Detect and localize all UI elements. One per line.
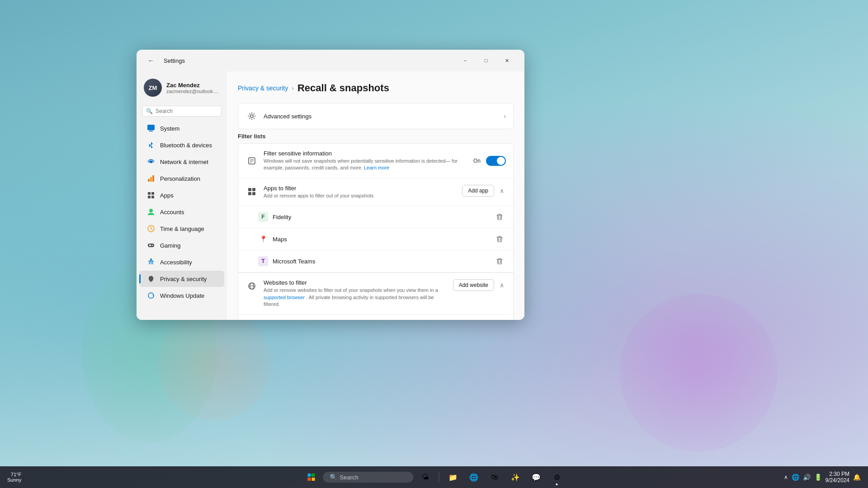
sidebar-item-personalization[interactable]: Personalization — [139, 170, 224, 187]
system-tray-chevron[interactable]: ∧ — [784, 474, 788, 480]
titlebar: ← Settings − □ ✕ — [137, 50, 524, 71]
clock-time: 2:30 PM — [829, 471, 849, 477]
filter-lists-label: Filter lists — [238, 133, 514, 140]
svg-point-9 — [149, 209, 153, 212]
page-title: Recall & snapshots — [297, 82, 389, 94]
apps-collapse-button[interactable]: ∧ — [498, 185, 506, 196]
sidebar-search-box[interactable]: 🔍 — [142, 106, 222, 117]
back-button[interactable]: ← — [144, 53, 158, 68]
start-button[interactable] — [302, 468, 321, 486]
add-website-button[interactable]: Add website — [453, 279, 494, 291]
settings-button[interactable]: ⚙ — [548, 468, 566, 486]
svg-rect-6 — [151, 192, 154, 195]
file-explorer-button[interactable]: 📁 — [444, 468, 462, 486]
close-button[interactable]: ✕ — [496, 53, 517, 68]
apps-to-filter-action: Add app ∧ — [462, 185, 506, 197]
sidebar-item-privacy[interactable]: Privacy & security — [139, 271, 224, 287]
teams-app-icon: T — [258, 256, 268, 266]
notification-icon[interactable]: 🔔 — [853, 474, 861, 481]
filter-sensitive-title: Filter sensitive information — [264, 150, 468, 157]
network-icon-tray[interactable]: 🌐 — [792, 474, 799, 481]
advanced-settings-action: › — [504, 113, 506, 120]
websites-collapse-button[interactable]: ∧ — [498, 280, 506, 291]
widgets-button[interactable]: 🌤 — [416, 468, 434, 486]
store-button[interactable]: 🛍 — [486, 468, 504, 486]
app-maps-row: 📍 Maps — [238, 228, 513, 250]
avatar: ZM — [144, 79, 162, 97]
edge-button[interactable]: 🌐 — [465, 468, 483, 486]
sidebar-label-personalization: Personalization — [160, 175, 200, 182]
apps-to-filter-title: Apps to filter — [264, 185, 457, 192]
website-fidelity-row: F fidelity.com — [238, 314, 513, 320]
filter-sensitive-toggle[interactable] — [486, 156, 506, 166]
svg-rect-3 — [150, 177, 152, 182]
svg-rect-51 — [308, 474, 311, 477]
copilot-button[interactable]: ✨ — [506, 468, 524, 486]
fidelity-website-delete-button[interactable] — [493, 319, 506, 320]
settings-window: ← Settings − □ ✕ ZM Zac Mendez zacmendez… — [137, 50, 524, 320]
sidebar-item-update[interactable]: Windows Update — [139, 287, 224, 304]
advanced-settings-row[interactable]: Advanced settings › — [238, 103, 513, 129]
sidebar-label-time: Time & language — [160, 225, 204, 232]
taskbar-left: 71°F Sunny — [7, 472, 25, 483]
teams-button[interactable]: 💬 — [527, 468, 545, 486]
taskbar-right: ∧ 🌐 🔊 🔋 2:30 PM 9/24/2024 🔔 — [784, 471, 861, 483]
filter-sensitive-action: On — [473, 156, 506, 166]
sidebar-label-accounts: Accounts — [160, 209, 184, 216]
maps-delete-button[interactable] — [493, 233, 506, 245]
minimize-button[interactable]: − — [455, 53, 476, 68]
maps-app-name: Maps — [273, 236, 489, 243]
accessibility-icon — [146, 258, 156, 267]
maximize-button[interactable]: □ — [476, 53, 496, 68]
volume-icon-tray[interactable]: 🔊 — [803, 474, 811, 481]
svg-marker-17 — [152, 294, 154, 296]
sidebar-item-system[interactable]: System — [139, 120, 224, 136]
time-icon — [146, 224, 156, 233]
sidebar-item-accounts[interactable]: Accounts — [139, 204, 224, 220]
taskbar-time[interactable]: 2:30 PM 9/24/2024 — [826, 471, 849, 483]
fidelity-delete-button[interactable] — [493, 211, 506, 223]
maps-app-icon: 📍 — [258, 234, 268, 244]
sidebar-label-accessibility: Accessibility — [160, 259, 192, 266]
sidebar-item-gaming[interactable]: Gaming — [139, 237, 224, 253]
breadcrumb-parent[interactable]: Privacy & security — [238, 84, 288, 92]
sidebar-item-bluetooth[interactable]: Bluetooth & devices — [139, 137, 224, 153]
sidebar-item-time[interactable]: Time & language — [139, 221, 224, 237]
sidebar-item-apps[interactable]: Apps — [139, 187, 224, 203]
fidelity-app-icon: F — [258, 212, 268, 222]
svg-rect-24 — [252, 188, 255, 191]
taskbar-search[interactable]: 🔍 Search — [323, 472, 414, 483]
apps-to-filter-content: Apps to filter Add or remove apps to fil… — [264, 185, 457, 199]
sidebar-item-network[interactable]: Network & internet — [139, 154, 224, 170]
search-input[interactable] — [156, 108, 217, 114]
sidebar-label-update: Windows Update — [160, 292, 204, 299]
filter-sensitive-link[interactable]: Learn more — [364, 165, 389, 170]
filter-sensitive-card: Filter sensitive information Windows wil… — [238, 143, 514, 320]
apps-to-filter-row: Apps to filter Add or remove apps to fil… — [238, 178, 513, 206]
add-app-button[interactable]: Add app — [462, 185, 494, 197]
svg-rect-8 — [151, 196, 154, 198]
websites-link[interactable]: supported browser — [264, 295, 305, 300]
svg-rect-26 — [252, 192, 255, 195]
sidebar-item-accessibility[interactable]: Accessibility — [139, 254, 224, 270]
user-profile[interactable]: ZM Zac Mendez zacmendez@outlook.com — [137, 75, 227, 104]
battery-icon-tray[interactable]: 🔋 — [814, 474, 822, 481]
advanced-settings-chevron: › — [504, 113, 506, 120]
svg-rect-2 — [148, 179, 150, 182]
taskbar-center: 🔍 Search 🌤 📁 🌐 🛍 ✨ 💬 ⚙ — [302, 468, 566, 486]
apps-icon — [146, 191, 156, 200]
personalization-icon — [146, 174, 156, 183]
breadcrumb: Privacy & security › Recall & snapshots — [238, 82, 514, 94]
svg-rect-13 — [152, 245, 153, 246]
websites-to-filter-title: Websites to filter — [264, 279, 448, 286]
websites-to-filter-content: Websites to filter Add or remove website… — [264, 279, 448, 308]
accounts-icon — [146, 207, 156, 216]
teams-delete-button[interactable] — [493, 255, 506, 267]
apps-to-filter-icon — [245, 185, 258, 197]
taskbar-search-label: Search — [340, 474, 359, 481]
websites-to-filter-icon — [245, 279, 258, 292]
app-teams-row: T Microsoft Teams — [238, 250, 513, 272]
svg-rect-25 — [248, 192, 251, 195]
svg-rect-53 — [308, 478, 311, 481]
search-icon: 🔍 — [146, 108, 153, 114]
